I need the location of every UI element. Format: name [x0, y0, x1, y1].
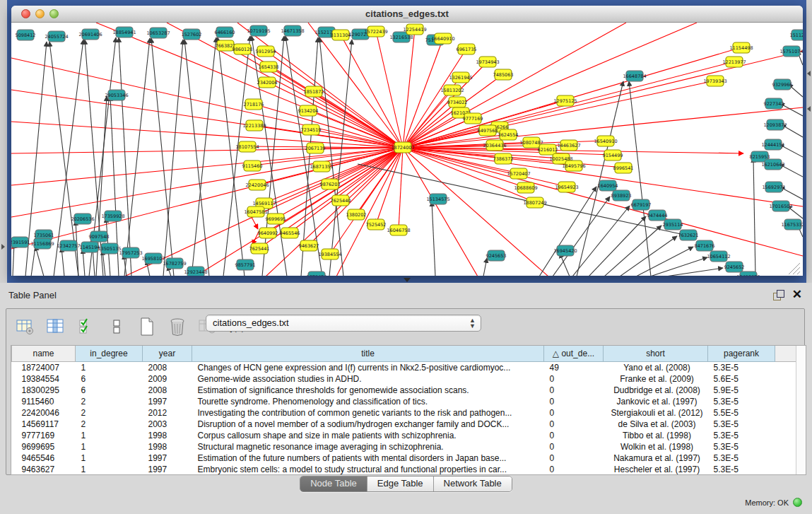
cell[interactable]: Investigating the contribution of common…	[192, 407, 544, 419]
network-node[interactable]: 9860128	[233, 44, 253, 54]
network-graph[interactable]: 5098412240557242069140618854941106532871…	[11, 23, 803, 276]
network-node[interactable]: 9463627	[299, 240, 319, 251]
cell[interactable]: Nakamura et al. (1997)	[604, 452, 708, 464]
network-node[interactable]: 7525452	[366, 219, 387, 230]
network-node[interactable]: 16648784	[623, 71, 646, 81]
network-node[interactable]: 8938923	[611, 190, 632, 201]
network-node[interactable]: 16640910	[431, 33, 454, 44]
cell[interactable]: 19384554	[12, 373, 76, 385]
cell[interactable]: 0	[544, 452, 604, 464]
cell[interactable]: 5.9E-5	[708, 385, 775, 396]
network-node[interactable]: 9227342	[764, 98, 784, 109]
network-node[interactable]: 11154498	[729, 42, 753, 53]
cell[interactable]: Hescheler et al. (1997)	[604, 464, 708, 475]
cell[interactable]: 2	[76, 407, 143, 419]
column-header-name[interactable]: name	[12, 346, 76, 362]
network-node[interactable]: 16540910	[594, 136, 617, 146]
table-row[interactable]: 946362711997Embryonic stem cells: a mode…	[12, 464, 797, 475]
network-node[interactable]: 5912954	[256, 46, 276, 57]
table-row[interactable]: 946554611997Estimation of the future num…	[12, 452, 797, 464]
column-header-out_de[interactable]: △ out_de...	[544, 346, 604, 362]
float-panel-icon[interactable]	[773, 290, 784, 300]
network-node[interactable]: 22420046	[245, 180, 269, 190]
network-window[interactable]: citations_edges.txt 50984122405572420691…	[11, 6, 803, 276]
network-node[interactable]: 19654923	[555, 182, 578, 192]
network-node[interactable]: 16945420	[553, 245, 577, 256]
cell[interactable]: 5.6E-5	[708, 373, 775, 385]
network-node[interactable]: 19739343	[703, 76, 726, 86]
network-node[interactable]: 17359928	[101, 211, 124, 221]
network-node[interactable]: 9245653	[486, 250, 507, 261]
cell[interactable]: 0	[544, 430, 604, 441]
cell[interactable]: 0	[544, 441, 604, 452]
cell[interactable]: Dudbridge et al. (2008)	[604, 385, 708, 396]
network-node[interactable]: 15720407	[507, 168, 530, 179]
cell[interactable]: 2012	[143, 407, 192, 419]
network-node[interactable]: 8996541	[613, 163, 634, 173]
network-node[interactable]: 2935114	[663, 219, 683, 230]
cell[interactable]: 0	[544, 407, 604, 419]
cell[interactable]: 6	[76, 385, 143, 396]
cell[interactable]: 2	[76, 396, 143, 407]
network-node[interactable]: 12342757	[57, 240, 80, 251]
network-node[interactable]: 13505135	[98, 243, 121, 254]
cell[interactable]: Changes of HCN gene expression and I(f) …	[192, 362, 544, 374]
cell[interactable]: Disruption of a novel member of a sodium…	[192, 419, 544, 430]
cell[interactable]: 5.3E-5	[708, 452, 775, 464]
cell[interactable]: 2008	[143, 385, 192, 396]
network-node[interactable]: 18807249	[523, 197, 546, 208]
cell[interactable]: Jankovic et al. (1997)	[604, 396, 708, 407]
cell[interactable]: Estimation of significance thresholds fo…	[192, 385, 544, 396]
cell[interactable]: Franke et al. (2009)	[604, 373, 708, 385]
cell[interactable]: 9699695	[12, 441, 76, 452]
network-node[interactable]: 18854941	[112, 27, 136, 37]
network-node[interactable]: 7632621	[678, 230, 699, 240]
cell[interactable]: 5.3E-5	[708, 362, 775, 374]
network-node[interactable]: 11156869	[30, 238, 54, 249]
network-node[interactable]: 16210643	[761, 159, 784, 170]
network-node[interactable]: 1511243	[790, 30, 803, 40]
network-node[interactable]: 24055724	[45, 31, 68, 42]
cell[interactable]: 9115460	[12, 396, 76, 407]
memory-ok-icon[interactable]	[793, 498, 802, 507]
table-selector-dropdown[interactable]: citations_edges.txt ▲▼	[206, 315, 481, 332]
table-row[interactable]: 1456911722003Disruption of a novel membe…	[12, 419, 797, 430]
cell[interactable]: Wolkin et al. (1998)	[604, 441, 708, 452]
network-node[interactable]: 1527602	[182, 29, 202, 40]
network-node[interactable]: 9734022	[447, 97, 468, 107]
network-node[interactable]: 18107554	[235, 141, 259, 152]
network-node[interactable]: 1640954	[598, 180, 618, 191]
cell[interactable]: 0	[544, 373, 604, 385]
cell[interactable]: 5.3E-5	[708, 419, 775, 430]
network-node[interactable]: 12093872	[763, 119, 787, 130]
cell[interactable]: 1997	[143, 396, 192, 407]
cell[interactable]: Tourette syndrome. Phenomenology and cla…	[192, 396, 544, 407]
network-node[interactable]: 14463627	[557, 140, 580, 151]
network-node[interactable]: 1851872	[304, 86, 324, 97]
cell[interactable]: 2003	[143, 419, 192, 430]
select-columns-icon[interactable]	[74, 315, 98, 338]
network-node[interactable]: 10719195	[247, 25, 270, 36]
network-node[interactable]: 10654112	[707, 251, 730, 262]
network-node[interactable]: 6497568	[478, 125, 498, 136]
network-node[interactable]: 15134575	[426, 194, 449, 204]
table-row[interactable]: 1830029562008Estimation of significance …	[12, 385, 797, 396]
cell[interactable]: Estimation of the future numbers of pati…	[192, 452, 544, 464]
cell[interactable]: 5.5E-5	[708, 407, 775, 419]
cell[interactable]: 1	[76, 441, 143, 452]
tab-network-table[interactable]: Network Table	[434, 477, 512, 491]
expand-west-panel-icon[interactable]	[1, 244, 5, 250]
network-node[interactable]: 10688609	[514, 182, 537, 193]
network-node[interactable]: 1145194	[80, 242, 100, 252]
network-node[interactable]: 9474444	[647, 210, 668, 221]
network-node[interactable]: 9097548	[89, 231, 110, 242]
cell[interactable]: 0	[544, 396, 604, 407]
cell[interactable]: 1998	[143, 430, 192, 441]
network-node[interactable]: 9640992	[258, 228, 278, 238]
table-scrollbar[interactable]	[796, 346, 806, 474]
network-node[interactable]: 15692971	[762, 182, 785, 192]
cell[interactable]: 49	[544, 362, 604, 374]
table-row[interactable]: 969969511998Structural magnetic resonanc…	[12, 441, 797, 452]
table-row[interactable]: 977716911998Corpus callosum shape and si…	[12, 430, 797, 441]
network-node[interactable]: 20206536	[71, 214, 94, 224]
